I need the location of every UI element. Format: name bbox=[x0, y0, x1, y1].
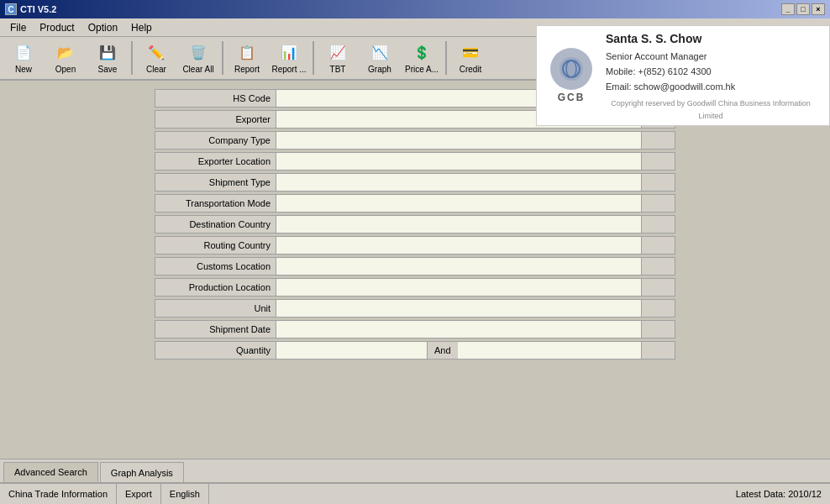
label-exporter: Exporter bbox=[155, 110, 276, 129]
toolbar-separator-3 bbox=[313, 41, 314, 75]
save-icon: 💾 bbox=[97, 43, 118, 63]
pricea-button[interactable]: 💲 Price A... bbox=[402, 39, 442, 77]
report2-label: Report ... bbox=[271, 65, 306, 74]
input-customs-location[interactable] bbox=[276, 257, 642, 276]
label-company-type: Company Type bbox=[155, 131, 276, 150]
form-row-company-type: Company Type bbox=[155, 131, 675, 150]
extra-exporter-location bbox=[642, 152, 675, 171]
open-icon: 📂 bbox=[55, 43, 76, 63]
graph-button[interactable]: 📉 Graph bbox=[360, 39, 400, 77]
form-row-destination-country: Destination Country bbox=[155, 215, 675, 234]
report2-icon: 📊 bbox=[279, 43, 299, 63]
clear-button[interactable]: ✏️ Clear bbox=[136, 39, 176, 77]
biz-logo-text: GCB bbox=[558, 92, 586, 103]
extra-production-location bbox=[642, 278, 675, 297]
form-row-production-location: Production Location bbox=[155, 278, 675, 297]
input-unit[interactable] bbox=[276, 299, 642, 318]
extra-company-type bbox=[642, 131, 675, 150]
label-destination-country: Destination Country bbox=[155, 215, 276, 234]
form-row-shipment-type: Shipment Type bbox=[155, 173, 675, 192]
status-latest-data: Latest Data: 2010/12 bbox=[728, 484, 830, 504]
new-icon: 📄 bbox=[13, 43, 34, 63]
status-language: English bbox=[161, 484, 209, 504]
form-row-exporter-location: Exporter Location bbox=[155, 152, 675, 171]
credit-button[interactable]: 💳 Credit bbox=[450, 39, 491, 77]
menu-help[interactable]: Help bbox=[124, 20, 159, 35]
biz-mobile: Mobile: +(852) 6102 4300 bbox=[606, 65, 816, 80]
menu-product[interactable]: Product bbox=[33, 20, 81, 35]
label-unit: Unit bbox=[155, 299, 276, 318]
status-bar: China Trade Information Export English L… bbox=[0, 482, 830, 504]
pricea-icon: 💲 bbox=[412, 43, 432, 63]
tab-advanced-search[interactable]: Advanced Search bbox=[3, 462, 98, 482]
form-row-routing-country: Routing Country bbox=[155, 236, 675, 255]
app-title: CTI V5.2 bbox=[20, 4, 56, 14]
biz-title: Senior Account Manager bbox=[606, 50, 816, 65]
extra-unit bbox=[642, 299, 675, 318]
biz-logo: GCB bbox=[550, 48, 592, 103]
new-label: New bbox=[15, 65, 32, 74]
minimize-button[interactable]: _ bbox=[781, 3, 795, 15]
app-icon: C bbox=[5, 3, 17, 15]
new-button[interactable]: 📄 New bbox=[3, 39, 44, 77]
credit-label: Credit bbox=[460, 65, 482, 74]
menu-option[interactable]: Option bbox=[81, 20, 124, 35]
label-transportation-mode: Transportation Mode bbox=[155, 194, 276, 213]
input-quantity-to[interactable] bbox=[458, 341, 642, 360]
extra-transportation-mode bbox=[642, 194, 675, 213]
status-app-name: China Trade Information bbox=[0, 484, 117, 504]
graph-icon: 📉 bbox=[370, 43, 390, 63]
save-button[interactable]: 💾 Save bbox=[87, 39, 128, 77]
label-shipment-date: Shipment Date bbox=[155, 320, 276, 339]
close-button[interactable]: × bbox=[812, 3, 825, 15]
pricea-label: Price A... bbox=[405, 65, 439, 74]
save-label: Save bbox=[98, 65, 118, 74]
clearall-icon: 🗑️ bbox=[188, 43, 208, 63]
main-area: HS Code Exporter Company Type Exporter L… bbox=[0, 81, 830, 459]
form-row-quantity: Quantity And bbox=[155, 341, 675, 360]
title-bar-left: C CTI V5.2 bbox=[5, 3, 56, 15]
graph-label: Graph bbox=[368, 65, 391, 74]
tbt-label: TBT bbox=[330, 65, 346, 74]
report-button[interactable]: 📋 Report bbox=[227, 39, 267, 77]
tbt-button[interactable]: 📈 TBT bbox=[318, 39, 358, 77]
input-shipment-date[interactable] bbox=[276, 320, 642, 339]
input-routing-country[interactable] bbox=[276, 236, 642, 255]
biz-person-name: Santa S. S. Chow bbox=[606, 29, 816, 48]
input-production-location[interactable] bbox=[276, 278, 642, 297]
form-container: HS Code Exporter Company Type Exporter L… bbox=[155, 89, 675, 360]
form-row-shipment-date: Shipment Date bbox=[155, 320, 675, 339]
business-card: GCB Santa S. S. Chow Senior Account Mana… bbox=[536, 25, 830, 126]
report-icon: 📋 bbox=[237, 43, 257, 63]
menu-file[interactable]: File bbox=[3, 20, 33, 35]
input-shipment-type[interactable] bbox=[276, 173, 642, 192]
title-controls[interactable]: _ □ × bbox=[781, 3, 825, 15]
input-exporter-location[interactable] bbox=[276, 152, 642, 171]
clear-label: Clear bbox=[146, 65, 166, 74]
report2-button[interactable]: 📊 Report ... bbox=[269, 39, 309, 77]
extra-shipment-type bbox=[642, 173, 675, 192]
label-production-location: Production Location bbox=[155, 278, 276, 297]
quantity-and-label: And bbox=[428, 341, 458, 360]
form-row-customs-location: Customs Location bbox=[155, 257, 675, 276]
extra-customs-location bbox=[642, 257, 675, 276]
tab-graph-analysis[interactable]: Graph Analysis bbox=[100, 462, 184, 482]
input-company-type[interactable] bbox=[276, 131, 642, 150]
label-quantity: Quantity bbox=[155, 341, 276, 360]
tbt-icon: 📈 bbox=[328, 43, 348, 63]
biz-info: Santa S. S. Chow Senior Account Manager … bbox=[606, 29, 816, 122]
report-label: Report bbox=[234, 65, 260, 74]
input-quantity-from[interactable] bbox=[276, 341, 428, 360]
label-routing-country: Routing Country bbox=[155, 236, 276, 255]
maximize-button[interactable]: □ bbox=[796, 3, 810, 15]
toolbar-separator-4 bbox=[445, 41, 447, 75]
input-transportation-mode[interactable] bbox=[276, 194, 642, 213]
label-exporter-location: Exporter Location bbox=[155, 152, 276, 171]
form-row-transportation-mode: Transportation Mode bbox=[155, 194, 675, 213]
open-label: Open bbox=[55, 65, 76, 74]
extra-quantity bbox=[642, 341, 675, 360]
open-button[interactable]: 📂 Open bbox=[45, 39, 86, 77]
input-destination-country[interactable] bbox=[276, 215, 642, 234]
clearall-button[interactable]: 🗑️ Clear All bbox=[178, 39, 218, 77]
label-shipment-type: Shipment Type bbox=[155, 173, 276, 192]
